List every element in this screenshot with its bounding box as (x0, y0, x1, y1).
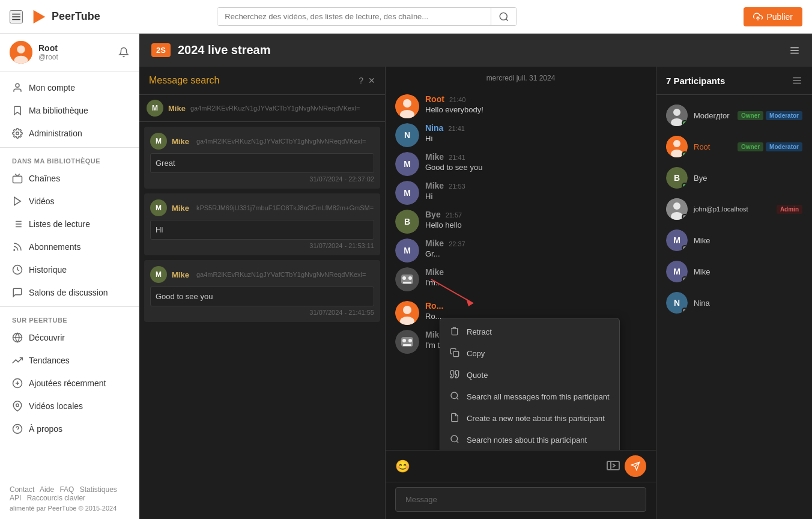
note-icon (450, 413, 461, 423)
sidebar-item-ma-bibliotheque[interactable]: Ma bibliothèque (0, 99, 139, 122)
result-id: ga4mR2lKEvRKuzN1gJYVafCTbY1gNvgNvNReqdVK… (196, 271, 374, 278)
footer-statistiques[interactable]: Statistiques (80, 485, 117, 494)
sidebar-item-decouvrir[interactable]: Découvrir (0, 326, 139, 349)
publish-button[interactable]: Publier (744, 7, 802, 26)
chat-messages: Root 21:40 Hello everybody! N (386, 90, 656, 450)
stream-menu-button[interactable] (789, 44, 800, 55)
sidebar-item-historique[interactable]: Historique (0, 258, 139, 281)
context-menu-create-note[interactable]: Create a new note about this participant (440, 407, 619, 429)
message-result-item[interactable]: M Mike kPS5RJM69jU331j7mbuF1EO8TkJ8nCFmL… (144, 193, 380, 255)
footer-raccourcis[interactable]: Raccourcis clavier (27, 494, 85, 502)
message-text: Hello hello (425, 220, 646, 229)
participant-item[interactable]: B Bye (656, 162, 812, 193)
message-result-item[interactable]: M Mike ga4mR2lKEvRKuzN1gJYVafCTbY1gNvgNv… (144, 127, 380, 189)
avatar: M (395, 238, 419, 263)
sidebar-item-label: Mon compte (29, 83, 75, 93)
participant-item[interactable]: Moderдtor Owner Moderator (656, 100, 812, 131)
sidebar-item-listes[interactable]: Listes de lecture (0, 213, 139, 235)
sidebar-item-label: Historique (29, 265, 67, 275)
trash-icon (450, 326, 461, 337)
context-menu-retract[interactable]: Retract (440, 321, 619, 342)
sidebar-item-videos-locales[interactable]: Vidéos locales (0, 395, 139, 417)
svg-point-4 (500, 13, 507, 20)
sidebar-item-mon-compte[interactable]: Mon compte (0, 76, 139, 99)
footer-aide[interactable]: Aide (40, 485, 54, 494)
message-input[interactable] (395, 487, 646, 512)
message-result-item[interactable]: M Mike ga4mR2lKEvRKuzN1gJYVafCTbY1gNvgNv… (144, 260, 380, 322)
plus-circle-icon (12, 378, 23, 389)
context-menu-copy[interactable]: Copy (440, 342, 619, 364)
help-icon[interactable]: ? (359, 76, 363, 85)
svg-point-73 (673, 140, 680, 147)
result-avatar: M (150, 133, 167, 150)
footer-contact[interactable]: Contact (10, 485, 34, 494)
result-id: ga4mR2lKEvRKuzN1gJYVafCTbY1gNvgNvNReqdVK… (196, 138, 374, 145)
sidebar-item-apropos[interactable]: À propos (0, 417, 139, 440)
context-menu-label: Copy (467, 349, 485, 358)
footer-faq[interactable]: FAQ (59, 485, 74, 494)
result-body: Hi (150, 220, 374, 240)
result-name: Mike (168, 104, 186, 113)
participant-item[interactable]: john@p1.localhost Admin (656, 193, 812, 225)
participant-avatar (666, 105, 688, 126)
context-menu-search-messages[interactable]: Search all messages from this participan… (440, 386, 619, 407)
context-menu-search-notes[interactable]: Search notes about this participant (440, 429, 619, 450)
sidebar-item-salons[interactable]: Salons de discussion (0, 281, 139, 304)
avatar (395, 330, 419, 354)
participant-item[interactable]: M Mike (656, 256, 812, 287)
message-time: 22:37 (449, 240, 465, 247)
clock-icon (12, 264, 23, 275)
message-author: Ro... (425, 301, 443, 311)
close-icon[interactable]: ✕ (368, 76, 375, 85)
message-content: Mike I'm... (425, 267, 646, 291)
context-menu-label: Create a new note about this participant (467, 414, 605, 423)
result-avatar: M (147, 100, 163, 117)
participant-item[interactable]: Root Owner Moderator (656, 131, 812, 162)
send-button[interactable] (625, 455, 646, 477)
message-header: Ro... (425, 301, 646, 311)
sidebar-item-videos[interactable]: Vidéos (0, 190, 139, 213)
search-button[interactable] (491, 8, 517, 25)
sidebar-item-tendances[interactable]: Tendances (0, 349, 139, 372)
settings-icon (12, 128, 23, 139)
emoji-button[interactable]: 😊 (395, 459, 410, 473)
participant-item[interactable]: N Nina (656, 287, 812, 318)
svg-rect-62 (607, 461, 619, 470)
message-content: Nina 21:41 Hi (425, 123, 646, 147)
footer-api[interactable]: API (10, 494, 21, 502)
notification-bell[interactable] (118, 47, 129, 58)
message-header: Mike 22:37 (425, 238, 646, 248)
sidebar-item-administration[interactable]: Administration (0, 122, 139, 145)
user-info: Root @root (38, 43, 58, 61)
participant-item[interactable]: M Mike (656, 225, 812, 256)
logo[interactable]: PeerTube (30, 8, 100, 25)
sidebar-item-ajoutees[interactable]: Ajoutées récemment (0, 372, 139, 395)
svg-point-38 (402, 276, 406, 280)
tv-icon (12, 173, 23, 184)
search-notes-icon (450, 434, 461, 445)
rss-icon (12, 241, 23, 252)
message-author: Mike (425, 181, 444, 190)
chat-message: N Nina 21:41 Hi (395, 123, 646, 147)
chat-message: M Mike 21:53 Hi (395, 181, 646, 205)
message-text: Hi (425, 192, 646, 201)
svg-line-45 (456, 398, 458, 399)
message-time: 21:57 (446, 211, 462, 219)
map-pin-icon (12, 401, 23, 411)
message-header: Mike 21:53 (425, 181, 646, 190)
result-header: M Mike kPS5RJM69jU331j7mbuF1EO8TkJ8nCFmL… (150, 199, 374, 216)
participants-title: 7 Participants (666, 76, 792, 86)
expand-button[interactable] (607, 461, 620, 472)
sidebar-item-chaines[interactable]: Chaînes (0, 167, 139, 190)
participants-list: Moderдtor Owner Moderator (656, 95, 812, 519)
sidebar-item-abonnements[interactable]: Abonnements (0, 235, 139, 258)
sidebar-section-title: DANS MA BIBLIOTHÈQUE (0, 150, 139, 167)
result-name: Mike (172, 137, 189, 146)
search-input[interactable] (217, 8, 491, 25)
chat-message: M Mike 22:37 Gr... (395, 238, 646, 263)
context-menu-quote[interactable]: Quote (440, 364, 619, 386)
bookmark-icon (12, 105, 23, 116)
participants-menu-button[interactable] (792, 75, 802, 86)
chat-message: M Mike 21:41 Good to see you (395, 152, 646, 176)
hamburger-button[interactable] (10, 10, 23, 23)
